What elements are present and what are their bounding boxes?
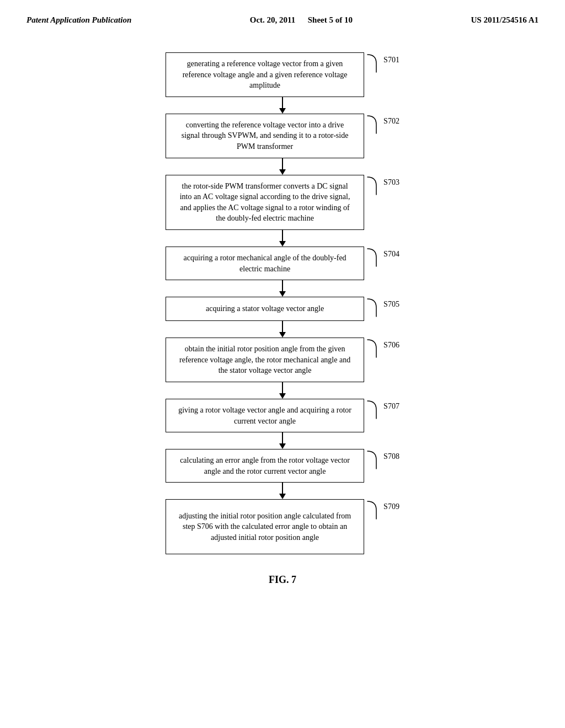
- page-header: Patent Application Publication Oct. 20, …: [0, 0, 565, 30]
- step-s707-label: S707: [383, 400, 399, 411]
- arrow-7: [183, 432, 382, 449]
- arrow-2: [183, 158, 382, 175]
- step-s707-label-group: S707: [366, 399, 399, 420]
- arrow-line-5: [282, 321, 283, 332]
- bracket-s709-icon: [366, 500, 377, 520]
- arrow-line-2: [282, 158, 283, 169]
- arrow-line-7: [282, 432, 283, 443]
- step-s706-box: obtain the initial rotor position angle …: [166, 338, 364, 382]
- header-center: Oct. 20, 2011 Sheet 5 of 10: [250, 15, 353, 25]
- arrow-line-3: [282, 230, 283, 241]
- bracket-s704-icon: [366, 248, 377, 267]
- bracket-s708-icon: [366, 450, 377, 470]
- step-s701-box: generating a reference voltage vector fr…: [166, 52, 364, 97]
- bracket-s703-icon: [366, 176, 377, 196]
- step-s709-label: S709: [383, 500, 399, 511]
- bracket-s707-icon: [366, 400, 377, 420]
- step-s706-text: obtain the initial rotor position angle …: [176, 344, 354, 376]
- step-s701-label: S701: [383, 53, 399, 65]
- step-s703-label-group: S703: [366, 175, 399, 196]
- step-s709-row: adjusting the initial rotor position ang…: [111, 499, 454, 554]
- step-s708-box: calculating an error angle from the roto…: [166, 449, 364, 483]
- figure-label: FIG. 7: [269, 574, 296, 586]
- step-s702-text: converting the reference voltage vector …: [176, 120, 354, 152]
- flowchart: generating a reference voltage vector fr…: [111, 52, 454, 554]
- step-s703-label: S703: [383, 176, 399, 187]
- arrow-head-4: [279, 291, 286, 297]
- figure-label-text: FIG. 7: [269, 574, 296, 585]
- step-s702-box: converting the reference voltage vector …: [166, 114, 364, 158]
- step-s709-text: adjusting the initial rotor position ang…: [176, 511, 354, 543]
- step-s708-row: calculating an error angle from the roto…: [111, 449, 454, 483]
- step-s705-box: acquiring a stator voltage vector angle: [166, 297, 364, 321]
- step-s706-label: S706: [383, 339, 399, 350]
- date-label: Oct. 20, 2011: [250, 15, 296, 24]
- arrow-head-2: [279, 169, 286, 175]
- bracket-s702-icon: [366, 115, 377, 135]
- publication-label: Patent Application Publication: [26, 15, 131, 24]
- step-s705-text: acquiring a stator voltage vector angle: [206, 303, 324, 314]
- step-s706-label-group: S706: [366, 338, 399, 358]
- step-s702-label: S702: [383, 115, 399, 126]
- main-content: generating a reference voltage vector fr…: [0, 30, 565, 602]
- arrow-4: [183, 280, 382, 297]
- step-s706-row: obtain the initial rotor position angle …: [111, 338, 454, 382]
- arrow-3: [183, 230, 382, 247]
- step-s704-label-group: S704: [366, 247, 399, 267]
- header-right: US 2011/254516 A1: [471, 15, 539, 25]
- arrow-head-7: [279, 443, 286, 449]
- step-s705-row: acquiring a stator voltage vector angle …: [111, 297, 454, 321]
- arrow-1: [183, 97, 382, 114]
- step-s704-box: acquiring a rotor mechanical angle of th…: [166, 247, 364, 280]
- bracket-s701-icon: [366, 53, 377, 73]
- arrow-head-6: [279, 393, 286, 399]
- step-s708-label-group: S708: [366, 449, 399, 470]
- step-s703-row: the rotor-side PWM transformer converts …: [111, 175, 454, 230]
- arrow-head-5: [279, 332, 286, 338]
- step-s709-box: adjusting the initial rotor position ang…: [166, 499, 364, 554]
- patent-number: US 2011/254516 A1: [471, 15, 539, 24]
- bracket-s706-icon: [366, 339, 377, 358]
- header-left: Patent Application Publication: [26, 15, 131, 25]
- step-s702-row: converting the reference voltage vector …: [111, 114, 454, 158]
- arrow-6: [183, 382, 382, 399]
- arrow-head-1: [279, 108, 286, 114]
- arrow-head-3: [279, 241, 286, 247]
- sheet-label: Sheet 5 of 10: [308, 15, 353, 24]
- step-s704-text: acquiring a rotor mechanical angle of th…: [176, 253, 354, 274]
- arrow-8: [183, 483, 382, 499]
- step-s708-label: S708: [383, 450, 399, 461]
- arrow-line-4: [282, 280, 283, 291]
- step-s708-text: calculating an error angle from the roto…: [176, 455, 354, 477]
- arrow-line-8: [282, 483, 283, 494]
- step-s705-label-group: S705: [366, 297, 399, 318]
- step-s701-text: generating a reference voltage vector fr…: [176, 58, 354, 91]
- step-s702-label-group: S702: [366, 114, 399, 135]
- arrow-line-6: [282, 382, 283, 393]
- step-s701-row: generating a reference voltage vector fr…: [111, 52, 454, 97]
- step-s707-text: giving a rotor voltage vector angle and …: [176, 405, 354, 426]
- bracket-s705-icon: [366, 298, 377, 318]
- step-s704-row: acquiring a rotor mechanical angle of th…: [111, 247, 454, 280]
- step-s709-label-group: S709: [366, 499, 399, 520]
- step-s701-label-group: S701: [366, 52, 399, 73]
- step-s705-label: S705: [383, 298, 399, 309]
- step-s707-row: giving a rotor voltage vector angle and …: [111, 399, 454, 432]
- arrow-line-1: [282, 97, 283, 108]
- step-s703-box: the rotor-side PWM transformer converts …: [166, 175, 364, 230]
- step-s703-text: the rotor-side PWM transformer converts …: [176, 181, 354, 224]
- arrow-5: [183, 321, 382, 338]
- arrow-head-8: [279, 494, 286, 499]
- step-s707-box: giving a rotor voltage vector angle and …: [166, 399, 364, 432]
- step-s704-label: S704: [383, 248, 399, 259]
